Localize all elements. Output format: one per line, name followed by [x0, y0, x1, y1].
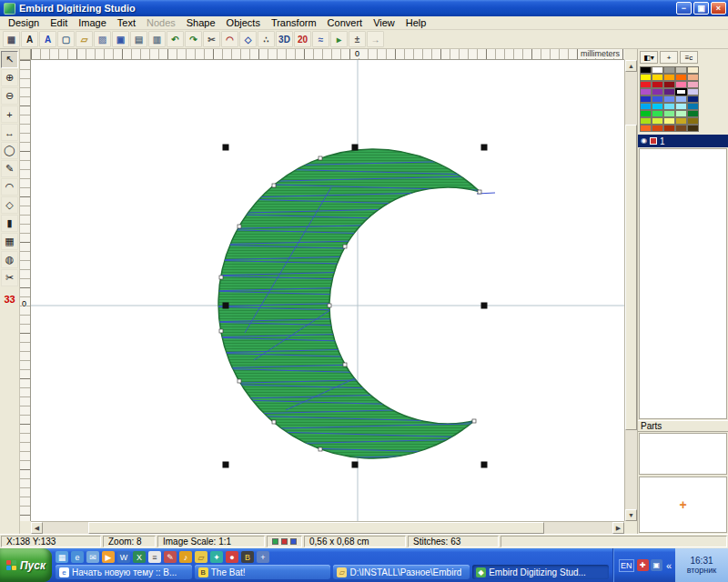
palette-swatch[interactable] — [652, 117, 663, 125]
palette-swatch[interactable] — [652, 110, 663, 117]
palette-swatch[interactable] — [675, 66, 687, 74]
display-tray-icon[interactable]: ▣ — [651, 559, 662, 571]
density-icon[interactable]: 20 — [294, 31, 311, 47]
generate-stitches-icon[interactable]: ▸ — [330, 31, 348, 47]
redo-icon[interactable]: ↷ — [185, 31, 202, 47]
selection-handle[interactable] — [352, 462, 359, 468]
nodes-tool[interactable]: ◇ — [1, 196, 18, 214]
curve-tool[interactable]: ◠ — [1, 178, 18, 196]
text-tool-icon[interactable]: A — [39, 31, 56, 47]
selection-handle[interactable] — [481, 462, 488, 468]
menu-convert[interactable]: Convert — [322, 17, 369, 28]
vertical-scrollbar[interactable]: ▲ ▼ — [624, 60, 637, 521]
menu-help[interactable]: Help — [400, 17, 432, 28]
palette-swatch[interactable] — [675, 125, 687, 132]
palette-swatch[interactable] — [663, 88, 675, 95]
menu-objects[interactable]: Objects — [221, 17, 266, 28]
palette-swatch[interactable] — [687, 117, 699, 125]
scroll-down-button[interactable]: ▼ — [625, 509, 637, 521]
new-design-icon[interactable]: ▢ — [57, 31, 75, 47]
palette-swatch[interactable] — [675, 88, 687, 95]
palette-swatch[interactable] — [675, 81, 687, 88]
palette-swatch[interactable] — [687, 74, 699, 81]
zoom-in-tool[interactable]: ⊕ — [1, 69, 18, 86]
palette-swatch[interactable] — [675, 74, 687, 81]
ql-the-bat[interactable]: B — [241, 551, 254, 563]
ellipse-tool[interactable]: ◯ — [1, 142, 18, 159]
palette-swatch[interactable] — [663, 66, 675, 74]
start-button[interactable]: Пуск — [0, 548, 52, 582]
shape-mode-icon[interactable]: ◠ — [221, 31, 238, 47]
add-color-button[interactable]: + — [660, 51, 678, 64]
node-edit-icon[interactable]: ◇ — [239, 31, 257, 47]
ql-mail[interactable]: ✉ — [86, 551, 99, 563]
palette-swatch[interactable] — [640, 88, 652, 95]
open-design-icon[interactable]: ▱ — [76, 31, 93, 47]
palette-swatch[interactable] — [652, 95, 663, 103]
task-embird[interactable]: ◆ Embird Digitizing Stud... — [472, 565, 609, 579]
selection-handle[interactable] — [352, 145, 359, 151]
stitch-points-icon[interactable]: ∴ — [258, 31, 275, 47]
selection-handle[interactable] — [481, 303, 488, 309]
menu-shape[interactable]: Shape — [181, 17, 221, 28]
restore-button[interactable]: ▣ — [693, 2, 709, 15]
design-canvas[interactable] — [31, 60, 624, 521]
knife-tool[interactable]: ✂ — [1, 269, 18, 286]
thread-catalog-button[interactable]: ◧▾ — [640, 51, 658, 64]
palette-swatch[interactable] — [640, 74, 652, 81]
palette-swatch[interactable] — [652, 103, 663, 110]
palette-swatch[interactable] — [675, 103, 687, 110]
language-indicator[interactable]: EN — [619, 559, 634, 572]
column-tool[interactable]: ▮ — [1, 215, 18, 232]
ql-paint[interactable]: ✎ — [164, 551, 177, 563]
palette-swatch[interactable] — [640, 103, 652, 110]
ql-show-desktop[interactable]: ▦ — [56, 551, 68, 563]
import-image-icon[interactable]: ▨ — [94, 31, 111, 47]
undo-icon[interactable]: ↶ — [167, 31, 184, 47]
objects-list-panel[interactable] — [639, 148, 727, 419]
palette-swatch[interactable] — [640, 117, 652, 125]
palette-swatch[interactable] — [663, 110, 675, 117]
horizontal-scroll-thumb[interactable] — [88, 522, 544, 534]
palette-menu-button[interactable]: ≡c — [680, 51, 698, 64]
scroll-right-button[interactable]: ▶ — [612, 522, 624, 534]
palette-swatch[interactable] — [663, 81, 675, 88]
menu-design[interactable]: Design — [3, 17, 45, 28]
selection-handle[interactable] — [481, 145, 488, 151]
ql-calculator[interactable]: + — [257, 551, 269, 563]
tray-collapse-button[interactable]: « — [665, 560, 672, 571]
print-icon[interactable]: ▤ — [130, 31, 147, 47]
ql-internet-explorer[interactable]: e — [71, 551, 84, 563]
palette-swatch[interactable] — [687, 125, 699, 132]
palette-swatch[interactable] — [675, 95, 687, 103]
palette-swatch[interactable] — [675, 110, 687, 117]
pan-tool[interactable]: + — [1, 105, 18, 123]
palette-swatch[interactable] — [652, 81, 663, 88]
palette-swatch[interactable] — [663, 117, 675, 125]
ql-antivirus[interactable]: ● — [226, 551, 238, 563]
palette-swatch[interactable] — [652, 66, 663, 74]
freehand-tool[interactable]: ✎ — [1, 160, 18, 177]
snap-grid-icon[interactable]: ▦ — [3, 31, 20, 47]
hole-tool[interactable]: ◍ — [1, 251, 18, 268]
palette-swatch[interactable] — [663, 125, 675, 132]
palette-swatch[interactable] — [687, 95, 699, 103]
palette-swatch[interactable] — [663, 74, 675, 81]
select-tool[interactable]: ↖ — [1, 51, 18, 68]
palette-swatch[interactable] — [640, 125, 652, 132]
close-button[interactable]: × — [711, 2, 726, 15]
palette-swatch[interactable] — [663, 103, 675, 110]
scroll-up-button[interactable]: ▲ — [625, 60, 637, 72]
simulate-stitches-icon[interactable]: ≈ — [312, 31, 329, 47]
palette-swatch[interactable] — [687, 110, 699, 117]
task-forum[interactable]: e Начать новую тему :: В... — [56, 565, 192, 579]
font-icon[interactable]: A — [21, 31, 38, 47]
horizontal-scrollbar[interactable]: ◀ ▶ — [31, 521, 624, 534]
ql-notepad[interactable]: ≡ — [148, 551, 161, 563]
ql-folder[interactable]: ▱ — [195, 551, 207, 563]
horizontal-scroll-track[interactable] — [43, 522, 612, 534]
menu-text[interactable]: Text — [112, 17, 141, 28]
selection-handle[interactable] — [223, 462, 229, 468]
palette-swatch[interactable] — [675, 117, 687, 125]
save-icon[interactable]: ▣ — [112, 31, 129, 47]
